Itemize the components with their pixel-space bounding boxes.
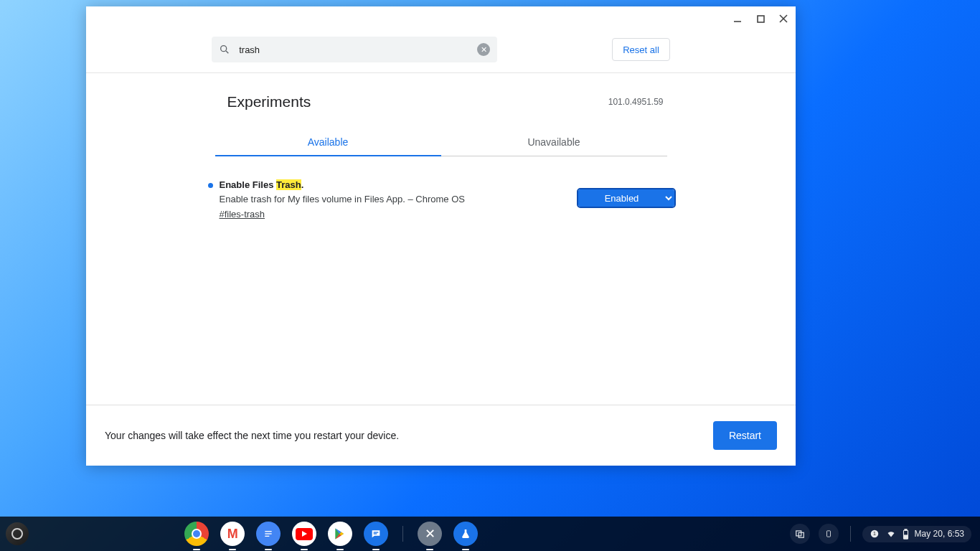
flag-state-select[interactable]: Enabled [578, 189, 674, 207]
version-label: 101.0.4951.59 [608, 97, 664, 107]
app-chrome-icon[interactable] [184, 522, 209, 546]
clear-search-icon[interactable]: ✕ [477, 43, 490, 56]
search-icon [219, 44, 230, 55]
tab-bar: Available Unavailable [215, 129, 667, 156]
search-wrapper: ✕ [212, 37, 497, 62]
wifi-icon [885, 529, 897, 538]
reset-all-button[interactable]: Reset all [612, 38, 670, 61]
window-controls [731, 12, 790, 25]
flag-title-suffix: . [301, 179, 304, 190]
tray-phone-hub-icon[interactable] [819, 524, 839, 544]
modified-dot-icon [208, 183, 213, 188]
svg-text:1: 1 [873, 531, 876, 536]
restart-button[interactable]: Restart [713, 421, 777, 450]
app-utility-icon[interactable]: ✕ [418, 522, 442, 546]
flags-window: ✕ Reset all Experiments 101.0.4951.59 Av… [86, 6, 796, 466]
shelf-separator [402, 526, 403, 542]
flag-description: Enable trash for My files volume in File… [220, 193, 564, 206]
status-area[interactable]: 1 May 20, 6:53 [862, 526, 971, 542]
app-youtube-icon[interactable] [292, 522, 316, 546]
search-input[interactable] [212, 37, 497, 62]
app-messages-icon[interactable] [364, 522, 388, 546]
restart-bar: Your changes will take effect the next t… [86, 405, 796, 466]
app-docs-icon[interactable] [256, 522, 281, 546]
shelf-apps: M ✕ [184, 522, 478, 546]
app-experiments-icon[interactable] [453, 522, 478, 546]
close-icon[interactable] [777, 12, 790, 25]
flag-text: Enable Files Trash. Enable trash for My … [220, 179, 564, 220]
svg-rect-1 [758, 16, 764, 22]
page-headline: Experiments 101.0.4951.59 [219, 93, 664, 110]
top-toolbar: ✕ Reset all [86, 6, 796, 73]
tray-overview-icon[interactable] [790, 524, 810, 544]
tab-available[interactable]: Available [215, 129, 441, 156]
maximize-icon[interactable] [754, 12, 767, 25]
launcher-button[interactable] [6, 522, 29, 545]
svg-rect-13 [826, 531, 830, 537]
app-play-store-icon[interactable] [328, 522, 352, 546]
tab-unavailable[interactable]: Unavailable [441, 129, 667, 156]
shelf: M ✕ 1 [0, 517, 980, 551]
svg-rect-18 [904, 535, 908, 539]
flag-title-prefix: Enable Files [220, 179, 276, 190]
flag-title-highlight: Trash [276, 179, 301, 190]
flag-hash-link[interactable]: #files-trash [220, 209, 265, 220]
restart-message: Your changes will take effect the next t… [105, 430, 399, 441]
page-title: Experiments [227, 93, 311, 110]
tray-separator [850, 526, 851, 542]
battery-icon [903, 529, 909, 540]
tray-time: May 20, 6:53 [915, 529, 964, 539]
flag-title: Enable Files Trash. [220, 179, 304, 190]
svg-rect-17 [905, 529, 907, 530]
app-gmail-icon[interactable]: M [220, 522, 245, 546]
svg-point-4 [221, 46, 227, 52]
svg-line-5 [226, 51, 228, 53]
system-tray: 1 May 20, 6:53 [790, 524, 980, 544]
notification-badge-icon: 1 [870, 529, 880, 539]
flag-row: Enable Files Trash. Enable trash for My … [208, 179, 674, 220]
minimize-icon[interactable] [731, 12, 744, 25]
